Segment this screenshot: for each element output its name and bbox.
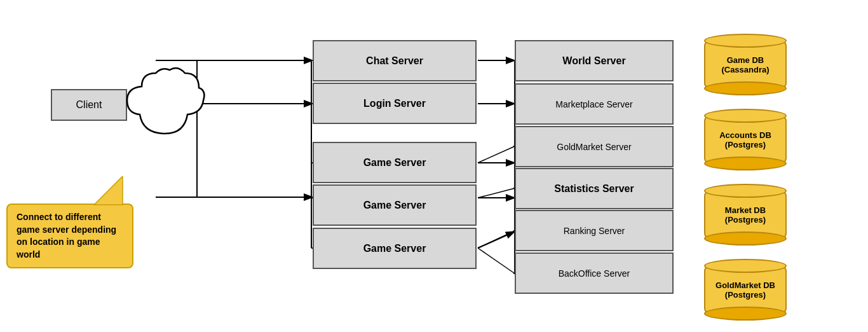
goldmarket-server-label: GoldMarket Server	[557, 142, 631, 152]
svg-line-23	[478, 188, 515, 198]
db-top-goldmarket	[704, 259, 787, 273]
accounts-db-cylinder: Accounts DB (Postgres)	[704, 102, 787, 177]
callout-text: Connect to different game server dependi…	[17, 212, 116, 259]
game-server-3-box: Game Server	[313, 228, 477, 269]
chat-server-label: Chat Server	[366, 55, 423, 67]
world-server-box: World Server	[515, 40, 674, 81]
game-server-2-label: Game Server	[363, 200, 426, 211]
client-label: Client	[76, 99, 102, 111]
svg-line-22	[478, 146, 515, 163]
marketplace-server-label: Marketplace Server	[555, 99, 632, 109]
game-server-1-label: Game Server	[363, 157, 426, 169]
game-server-1-box: Game Server	[313, 142, 477, 183]
game-db-cylinder: Game DB (Cassandra)	[704, 27, 787, 102]
login-server-box: Login Server	[313, 83, 477, 124]
callout-arrow-svg	[88, 176, 126, 208]
callout-tooltip: Connect to different game server dependi…	[6, 204, 133, 268]
ranking-server-box: Ranking Server	[515, 210, 674, 251]
db-bottom-market	[704, 232, 787, 246]
db-bottom-accounts	[704, 156, 787, 170]
db-bottom-game	[704, 81, 787, 95]
db-top-game	[704, 34, 787, 48]
marketplace-server-box: Marketplace Server	[515, 83, 674, 125]
backoffice-server-label: BackOffice Server	[559, 268, 630, 279]
login-server-label: Login Server	[363, 98, 426, 109]
game-server-2-box: Game Server	[313, 184, 477, 226]
svg-line-24	[478, 231, 515, 248]
goldmarket-server-box: GoldMarket Server	[515, 126, 674, 167]
statistics-server-box: Statistics Server	[515, 168, 674, 209]
statistics-server-label: Statistics Server	[554, 183, 634, 195]
svg-line-25	[478, 248, 515, 273]
ranking-server-label: Ranking Server	[564, 226, 625, 236]
db-top-accounts	[704, 109, 787, 123]
goldmarket-db-cylinder: GoldMarket DB (Postgres)	[704, 252, 787, 328]
client-box: Client	[51, 89, 127, 121]
chat-server-box: Chat Server	[313, 40, 477, 81]
svg-line-8	[478, 232, 513, 248]
game-server-3-label: Game Server	[363, 243, 426, 254]
svg-marker-26	[94, 176, 123, 205]
architecture-diagram: Client Chat Server Login Server Game Ser…	[0, 0, 868, 332]
backoffice-server-box: BackOffice Server	[515, 252, 674, 294]
cloud-shape	[124, 64, 207, 149]
db-bottom-goldmarket	[704, 307, 787, 321]
world-server-label: World Server	[562, 55, 625, 67]
market-db-cylinder: Market DB (Postgres)	[704, 177, 787, 252]
db-top-market	[704, 184, 787, 198]
